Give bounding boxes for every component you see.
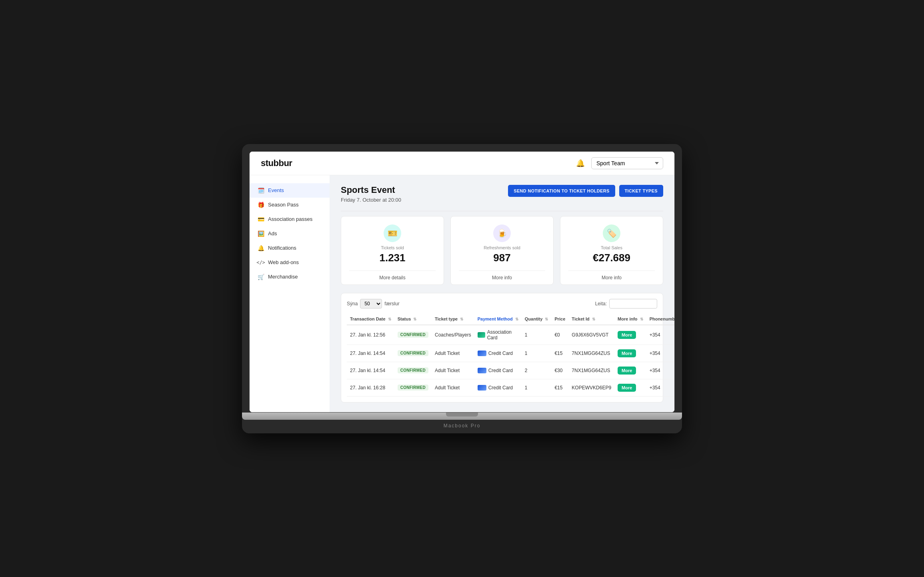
cell-phone: +354: [646, 345, 674, 362]
col-more-info[interactable]: More info ⇅: [614, 313, 646, 325]
cell-quantity: 1: [522, 345, 552, 362]
sidebar-item-events[interactable]: 🗓️ Events: [250, 183, 330, 198]
cell-date: 27. Jan kl. 14:54: [347, 345, 394, 362]
cell-price: €15: [551, 345, 568, 362]
merchandise-icon: 🛒: [258, 274, 264, 280]
stat-card-tickets-sold: 🎫 Tickets sold 1.231 More details: [341, 216, 444, 285]
show-select[interactable]: 102550100: [360, 299, 382, 309]
credit-card-icon: [478, 385, 486, 391]
sidebar-item-notifications[interactable]: 🔔 Notifications: [250, 241, 330, 255]
bell-icon[interactable]: 🔔: [576, 159, 585, 168]
team-select[interactable]: Sport TeamFootball ClubBasketball Team: [591, 157, 663, 169]
cell-payment-method: Credit Card: [474, 362, 522, 379]
cell-ticket-id: G9J6X6GV5VGT: [568, 325, 614, 345]
status-badge: CONFIRMED: [398, 350, 428, 356]
page-subtitle: Friday 7. October at 20:00: [341, 197, 401, 203]
stat-card-body: 🍺 Refreshments sold 987: [459, 224, 545, 270]
stat-card-refreshments-sold: 🍺 Refreshments sold 987 More info: [450, 216, 554, 285]
col-ticket-type[interactable]: Ticket type ⇅: [432, 313, 474, 325]
search-label: Leita:: [595, 301, 607, 307]
col-status[interactable]: Status ⇅: [394, 313, 432, 325]
sidebar-item-web-addons[interactable]: </> Web add-ons: [250, 255, 330, 270]
show-label: Sýna: [347, 301, 358, 307]
ads-icon: 🖼️: [258, 230, 264, 237]
stats-row: 🎫 Tickets sold 1.231 More details 🍺 Refr…: [341, 216, 663, 285]
table-toolbar: Sýna 102550100 færslur Leita:: [347, 299, 657, 309]
top-bar: stubbur 🔔 Sport TeamFootball ClubBasketb…: [250, 152, 674, 175]
cell-date: 27. Jan kl. 12:56: [347, 325, 394, 345]
tickets-sold-icon: 🎫: [384, 224, 401, 242]
col-phonenumber[interactable]: Phonenumber ⇅: [646, 313, 674, 325]
send-notification-button[interactable]: SEND NOTIFICATION TO TICKET HOLDERS: [508, 185, 615, 197]
ticket-types-button[interactable]: TICKET TYPES: [619, 185, 663, 197]
tickets-sold-more-details[interactable]: More details: [349, 270, 436, 284]
cell-price: €0: [551, 325, 568, 345]
more-button[interactable]: More: [618, 331, 636, 339]
payment-method: Association Card: [478, 329, 518, 341]
col-transaction-date[interactable]: Transaction Date ⇅: [347, 313, 394, 325]
page-header: Sports Event Friday 7. October at 20:00 …: [341, 185, 663, 203]
laptop-notch: [446, 413, 478, 417]
sort-icon: ⇅: [592, 317, 595, 321]
page-title-block: Sports Event Friday 7. October at 20:00: [341, 185, 401, 203]
sidebar-item-ads[interactable]: 🖼️ Ads: [250, 226, 330, 241]
payment-method: Credit Card: [478, 385, 518, 391]
cell-more-info: More: [614, 362, 646, 379]
table-body: 27. Jan kl. 12:56 CONFIRMED Coaches/Play…: [347, 325, 674, 397]
payment-method-label: Association Card: [487, 329, 518, 341]
sort-icon: ⇅: [515, 317, 518, 321]
payment-method-label: Credit Card: [488, 351, 513, 356]
status-badge: CONFIRMED: [398, 332, 428, 338]
sidebar-item-label: Notifications: [268, 245, 296, 251]
col-quantity[interactable]: Quantity ⇅: [522, 313, 552, 325]
cell-phone: +354: [646, 362, 674, 379]
total-sales-more-info[interactable]: More info: [568, 270, 655, 284]
macbook-label: Macbook Pro: [249, 420, 675, 433]
cell-payment-method: Credit Card: [474, 379, 522, 396]
more-button[interactable]: More: [618, 367, 636, 375]
cell-date: 27. Jan kl. 14:54: [347, 362, 394, 379]
association-passes-icon: 💳: [258, 216, 264, 222]
search-input[interactable]: [609, 299, 657, 309]
header-actions: SEND NOTIFICATION TO TICKET HOLDERS TICK…: [508, 185, 663, 197]
payment-method-label: Credit Card: [488, 368, 513, 373]
sort-icon: ⇅: [388, 317, 391, 321]
col-payment-method[interactable]: Payment Method ⇅: [474, 313, 522, 325]
sidebar-item-label: Web add-ons: [268, 259, 299, 265]
total-sales-value: €27.689: [593, 252, 630, 264]
sort-icon: ⇅: [413, 317, 416, 321]
cell-more-info: More: [614, 345, 646, 362]
refreshments-sold-icon: 🍺: [493, 224, 511, 242]
tickets-sold-value: 1.231: [379, 252, 405, 264]
col-ticket-id[interactable]: Ticket Id ⇅: [568, 313, 614, 325]
stat-card-body: 🏷️ Total Sales €27.689: [568, 224, 655, 270]
cell-ticket-type: Adult Ticket: [432, 345, 474, 362]
more-button[interactable]: More: [618, 349, 636, 357]
cell-status: CONFIRMED: [394, 379, 432, 396]
cell-more-info: More: [614, 379, 646, 396]
transactions-table: Transaction Date ⇅ Status ⇅ Ticket type …: [347, 313, 674, 397]
payment-method: Credit Card: [478, 351, 518, 356]
total-sales-label: Total Sales: [601, 245, 622, 250]
sidebar-item-label: Events: [268, 187, 284, 193]
more-button[interactable]: More: [618, 384, 636, 392]
sidebar-item-label: Ads: [268, 230, 277, 236]
cell-payment-method: Credit Card: [474, 345, 522, 362]
credit-card-icon: [478, 368, 486, 373]
web-addons-icon: </>: [258, 259, 264, 266]
col-price[interactable]: Price: [551, 313, 568, 325]
table-row: 27. Jan kl. 14:54 CONFIRMED Adult Ticket…: [347, 345, 674, 362]
refreshments-sold-more-info[interactable]: More info: [459, 270, 545, 284]
sidebar-item-season-pass[interactable]: 🎁 Season Pass: [250, 198, 330, 212]
sidebar-item-merchandise[interactable]: 🛒 Merchandise: [250, 270, 330, 284]
cell-status: CONFIRMED: [394, 325, 432, 345]
table-section: Sýna 102550100 færslur Leita: Transac: [341, 293, 663, 403]
cell-status: CONFIRMED: [394, 362, 432, 379]
sidebar-item-association-passes[interactable]: 💳 Association passes: [250, 212, 330, 226]
cell-price: €30: [551, 362, 568, 379]
notifications-icon: 🔔: [258, 245, 264, 251]
sidebar-item-label: Association passes: [268, 216, 312, 222]
search-wrapper: Leita:: [595, 299, 657, 309]
events-icon: 🗓️: [258, 187, 264, 194]
table-header: Transaction Date ⇅ Status ⇅ Ticket type …: [347, 313, 674, 325]
